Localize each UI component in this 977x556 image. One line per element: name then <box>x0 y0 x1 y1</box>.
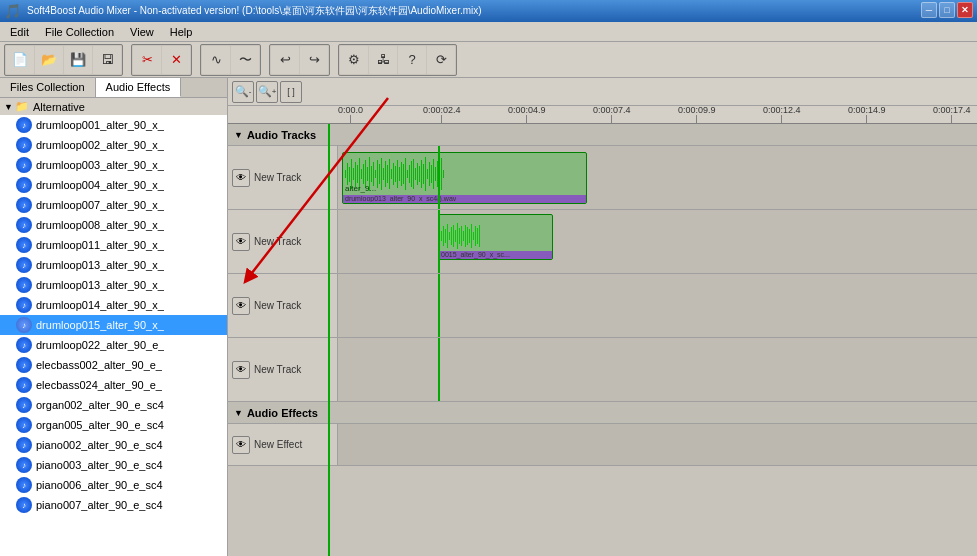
list-item[interactable]: ♪ drumloop022_alter_90_e_ <box>0 335 227 355</box>
ruler-mark: 0:00:14.9 <box>848 106 886 123</box>
timeline-area[interactable]: 0:00.0 0:00:02.4 0:00:04.9 0:00:07.4 <box>228 106 977 556</box>
left-tabs: Files Collection Audio Effects <box>0 78 227 98</box>
zoom-in-button[interactable]: 🔍+ <box>256 81 278 103</box>
list-item[interactable]: ♪ organ005_alter_90_e_sc4 <box>0 415 227 435</box>
track-name: New Track <box>254 364 301 375</box>
wave1-button[interactable]: ∿ <box>202 46 230 74</box>
list-item[interactable]: ♪ organ002_alter_90_e_sc4 <box>0 395 227 415</box>
time-ruler: 0:00.0 0:00:02.4 0:00:04.9 0:00:07.4 <box>228 106 977 124</box>
settings-toolbar-group: ⚙ 🖧 ? ⟳ <box>338 44 457 76</box>
item-label: drumloop004_alter_90_x_ <box>36 179 164 191</box>
menu-view[interactable]: View <box>122 24 162 40</box>
list-item[interactable]: ♪ elecbass002_alter_90_e_ <box>0 355 227 375</box>
delete-button[interactable]: ✕ <box>162 46 190 74</box>
track-name: New Track <box>254 300 301 311</box>
audio-icon: ♪ <box>16 377 32 393</box>
open-button[interactable]: 📂 <box>35 46 63 74</box>
audio-icon: ♪ <box>16 257 32 273</box>
list-item[interactable]: ♪ drumloop008_alter_90_x_ <box>0 215 227 235</box>
maximize-button[interactable]: □ <box>939 2 955 18</box>
audio-icon: ♪ <box>16 177 32 193</box>
list-item[interactable]: ♪ piano003_alter_90_e_sc4 <box>0 455 227 475</box>
effect-content[interactable] <box>338 424 977 465</box>
new-button[interactable]: 📄 <box>6 46 34 74</box>
list-item[interactable]: ♪ piano002_alter_90_e_sc4 <box>0 435 227 455</box>
item-label: elecbass024_alter_90_e_ <box>36 379 162 391</box>
save-button[interactable]: 💾 <box>64 46 92 74</box>
zoom-out-button[interactable]: 🔍- <box>232 81 254 103</box>
track-name: New Track <box>254 172 301 183</box>
collapse-icon[interactable]: ▼ <box>234 130 243 140</box>
track-visibility-button[interactable]: 👁 <box>232 361 250 379</box>
item-label: drumloop007_alter_90_x_ <box>36 199 164 211</box>
list-item[interactable]: ♪ drumloop004_alter_90_x_ <box>0 175 227 195</box>
ruler-mark: 0:00:12.4 <box>763 106 801 123</box>
clip-sublabel: 0015_alter_90_x_sc... <box>441 251 510 258</box>
close-button[interactable]: ✕ <box>957 2 973 18</box>
file-tree: ▼ 📁 Alternative ♪ drumloop001_alter_90_x… <box>0 98 227 556</box>
item-label: piano002_alter_90_e_sc4 <box>36 439 163 451</box>
list-item[interactable]: ♪ drumloop013_alter_90_x_ <box>0 275 227 295</box>
audio-icon: ♪ <box>16 397 32 413</box>
track-row: 👁 New Track <box>228 338 977 402</box>
item-label: drumloop003_alter_90_x_ <box>36 159 164 171</box>
list-item[interactable]: ♪ drumloop007_alter_90_x_ <box>0 195 227 215</box>
item-label: drumloop013_alter_90_x_ <box>36 279 164 291</box>
track-name: New Track <box>254 236 301 247</box>
menubar: Edit File Collection View Help <box>0 22 977 42</box>
list-item[interactable]: ♪ drumloop002_alter_90_x_ <box>0 135 227 155</box>
item-label: piano006_alter_90_e_sc4 <box>36 479 163 491</box>
track-row: 👁 New Track <box>228 210 977 274</box>
collapse-icon[interactable]: ▼ <box>234 408 243 418</box>
save-as-button[interactable]: 🖫 <box>93 46 121 74</box>
menu-file-collection[interactable]: File Collection <box>37 24 122 40</box>
effect-row: 👁 New Effect <box>228 424 977 466</box>
list-item[interactable]: ♪ drumloop014_alter_90_x_ <box>0 295 227 315</box>
track-visibility-button[interactable]: 👁 <box>232 169 250 187</box>
menu-help[interactable]: Help <box>162 24 201 40</box>
wave2-button[interactable]: 〜 <box>231 46 259 74</box>
redo-button[interactable]: ↪ <box>300 46 328 74</box>
list-item[interactable]: ♪ drumloop011_alter_90_x_ <box>0 235 227 255</box>
tab-files-collection[interactable]: Files Collection <box>0 78 96 97</box>
ruler-mark: 0:00.0 <box>338 106 363 123</box>
tree-root[interactable]: ▼ 📁 Alternative <box>0 98 227 115</box>
list-item[interactable]: ♪ elecbass024_alter_90_e_ <box>0 375 227 395</box>
effect-visibility-button[interactable]: 👁 <box>232 436 250 454</box>
list-item[interactable]: ♪ piano006_alter_90_e_sc4 <box>0 475 227 495</box>
undo-button[interactable]: ↩ <box>271 46 299 74</box>
timeline-toolbar: 🔍- 🔍+ [ ] <box>228 78 977 106</box>
cut-button[interactable]: ✂ <box>133 46 161 74</box>
network-button[interactable]: 🖧 <box>369 46 397 74</box>
track-row: 👁 New Track <box>228 146 977 210</box>
track-content[interactable] <box>338 274 977 337</box>
list-item[interactable]: ♪ drumloop001_alter_90_x_ <box>0 115 227 135</box>
update-button[interactable]: ⟳ <box>427 46 455 74</box>
track-label: 👁 New Track <box>228 146 338 209</box>
item-label: piano003_alter_90_e_sc4 <box>36 459 163 471</box>
audio-icon: ♪ <box>16 357 32 373</box>
track-visibility-button[interactable]: 👁 <box>232 297 250 315</box>
minimize-button[interactable]: ─ <box>921 2 937 18</box>
item-label: drumloop001_alter_90_x_ <box>36 119 164 131</box>
list-item[interactable]: ♪ drumloop003_alter_90_x_ <box>0 155 227 175</box>
list-item[interactable]: ♪ drumloop013_alter_90_x_ <box>0 255 227 275</box>
tab-audio-effects[interactable]: Audio Effects <box>96 78 182 97</box>
ruler-mark: 0:00:02.4 <box>423 106 461 123</box>
track-content[interactable]: alter_9... drumloop013_alter_90_x_sc4().… <box>338 146 977 209</box>
zoom-fit-button[interactable]: [ ] <box>280 81 302 103</box>
audio-clip[interactable]: alter_9... drumloop013_alter_90_x_sc4().… <box>342 152 587 204</box>
audio-clip[interactable]: 0015_alter_90_x_sc... <box>438 214 553 260</box>
item-label: drumloop008_alter_90_x_ <box>36 219 164 231</box>
track-content[interactable]: 0015_alter_90_x_sc... <box>338 210 977 273</box>
track-content[interactable] <box>338 338 977 401</box>
list-item-selected[interactable]: ♪ drumloop015_alter_90_x_ <box>0 315 227 335</box>
item-label: drumloop011_alter_90_x_ <box>36 239 164 251</box>
settings-button[interactable]: ⚙ <box>340 46 368 74</box>
audio-tracks-header: ▼ Audio Tracks <box>228 124 977 146</box>
list-item[interactable]: ♪ piano007_alter_90_e_sc4 <box>0 495 227 515</box>
item-label: drumloop022_alter_90_e_ <box>36 339 164 351</box>
question-button[interactable]: ? <box>398 46 426 74</box>
track-visibility-button[interactable]: 👁 <box>232 233 250 251</box>
menu-edit[interactable]: Edit <box>2 24 37 40</box>
